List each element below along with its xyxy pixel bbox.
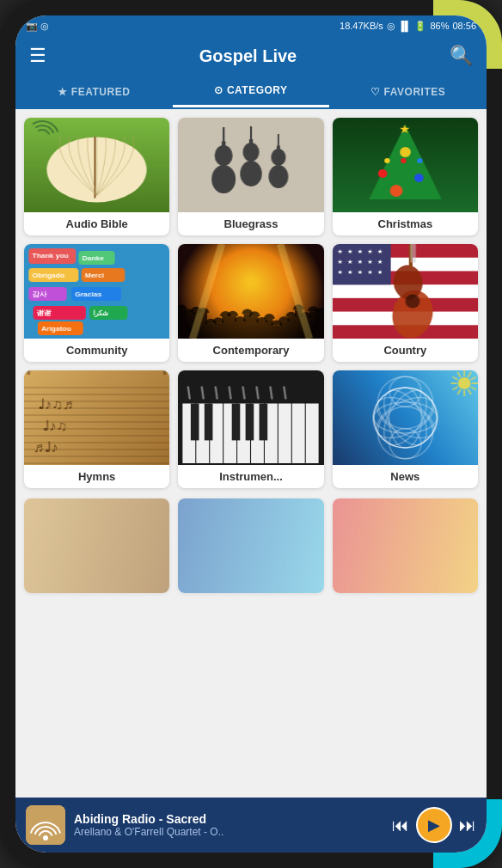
status-bar: 📷 ◎ 18.47KB/s ◎ ▐▌ 🔋 86% 08:56 bbox=[15, 15, 487, 36]
category-label-instrumental: Instrumen... bbox=[178, 465, 323, 488]
category-content: Audio Bible Bluegrass Christmas bbox=[15, 109, 487, 798]
search-icon[interactable]: 🔍 bbox=[450, 45, 473, 67]
now-playing-title: Abiding Radio - Sacred bbox=[74, 812, 383, 826]
category-img-hymns bbox=[24, 370, 169, 465]
category-item-partial-2[interactable] bbox=[178, 498, 323, 593]
hamburger-icon[interactable]: ☰ bbox=[29, 45, 46, 67]
category-img-country bbox=[333, 244, 478, 339]
status-left: 📷 ◎ bbox=[26, 21, 49, 32]
category-img-partial-3 bbox=[333, 498, 478, 593]
category-img-audio-bible bbox=[24, 118, 169, 212]
battery-icon: 🔋 bbox=[414, 21, 426, 32]
favorites-icon: ♡ bbox=[370, 86, 381, 98]
app-bar: ☰ Gospel Live 🔍 bbox=[15, 36, 487, 76]
category-item-country[interactable]: Country bbox=[333, 244, 478, 362]
category-label-christmas: Christmas bbox=[333, 212, 478, 235]
signal-icon: ◎ ▐▌ bbox=[387, 21, 412, 32]
tab-category[interactable]: ⊙ CATEGORY bbox=[173, 76, 330, 107]
category-label-contemporary: Contemporary bbox=[178, 339, 323, 362]
tab-featured[interactable]: ★ FEATURED bbox=[15, 76, 173, 107]
category-img-community bbox=[24, 244, 169, 339]
category-label-hymns: Hymns bbox=[24, 465, 169, 488]
now-playing-bar: Abiding Radio - Sacred Arellano & O'Farr… bbox=[15, 798, 487, 853]
category-item-contemporary[interactable]: Contemporary bbox=[178, 244, 323, 362]
tab-featured-label: FEATURED bbox=[71, 86, 130, 98]
category-item-hymns[interactable]: Hymns bbox=[24, 370, 169, 488]
category-img-partial-1 bbox=[24, 498, 169, 593]
category-grid: Audio Bible Bluegrass Christmas bbox=[24, 118, 478, 488]
category-item-community[interactable]: Community bbox=[24, 244, 169, 362]
tab-favorites[interactable]: ♡ FAVORITES bbox=[329, 76, 487, 107]
featured-icon: ★ bbox=[58, 86, 68, 98]
category-img-news bbox=[333, 370, 478, 465]
app-title: Gospel Live bbox=[199, 46, 297, 66]
category-img-contemporary bbox=[178, 244, 323, 339]
category-item-partial-3[interactable] bbox=[333, 498, 478, 593]
category-item-christmas[interactable]: Christmas bbox=[333, 118, 478, 235]
prev-button[interactable]: ⏮ bbox=[392, 816, 409, 835]
category-item-instrumental[interactable]: Instrumen... bbox=[178, 370, 323, 488]
category-grid-row4 bbox=[24, 498, 478, 593]
category-img-instrumental bbox=[178, 370, 323, 465]
now-playing-info: Abiding Radio - Sacred Arellano & O'Farr… bbox=[74, 812, 383, 838]
category-item-audio-bible[interactable]: Audio Bible bbox=[24, 118, 169, 235]
network-speed: 18.47KB/s bbox=[340, 21, 383, 31]
status-right: 18.47KB/s ◎ ▐▌ 🔋 86% 08:56 bbox=[340, 21, 476, 32]
category-label-audio-bible: Audio Bible bbox=[24, 212, 169, 235]
category-label-community: Community bbox=[24, 339, 169, 362]
category-img-partial-2 bbox=[178, 498, 323, 593]
category-label-country: Country bbox=[333, 339, 478, 362]
category-label-news: News bbox=[333, 465, 478, 488]
time: 08:56 bbox=[452, 21, 476, 31]
category-img-bluegrass bbox=[178, 118, 323, 212]
category-img-christmas bbox=[333, 118, 478, 212]
tab-category-label: CATEGORY bbox=[227, 84, 288, 96]
now-playing-thumb bbox=[26, 805, 65, 845]
category-icon: ⊙ bbox=[214, 84, 223, 96]
status-icons: 📷 ◎ bbox=[26, 21, 49, 32]
battery-percent: 86% bbox=[430, 21, 449, 31]
tab-favorites-label: FAVORITES bbox=[384, 86, 446, 98]
next-button[interactable]: ⏭ bbox=[459, 816, 476, 835]
category-item-partial-1[interactable] bbox=[24, 498, 169, 593]
player-controls: ⏮ ▶ ⏭ bbox=[392, 807, 476, 843]
play-button[interactable]: ▶ bbox=[416, 807, 452, 843]
tabs-bar: ★ FEATURED ⊙ CATEGORY ♡ FAVORITES bbox=[15, 76, 487, 109]
category-item-bluegrass[interactable]: Bluegrass bbox=[178, 118, 323, 235]
now-playing-artist: Arellano & O'Farrell Quartet - O.. bbox=[74, 826, 383, 838]
category-item-news[interactable]: News bbox=[333, 370, 478, 488]
category-label-bluegrass: Bluegrass bbox=[178, 212, 323, 235]
